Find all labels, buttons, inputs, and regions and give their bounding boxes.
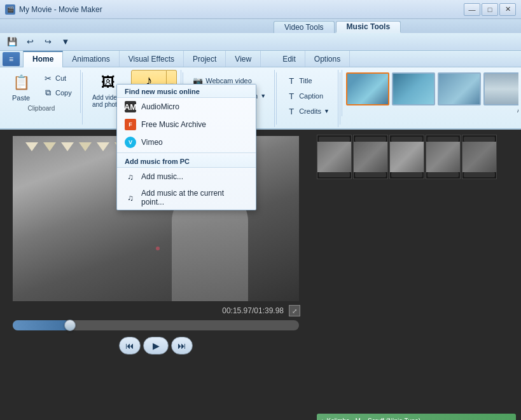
text-group-content: T Title T Caption T Credits ▼ — [282, 74, 334, 118]
paste-icon: 📋 — [11, 72, 31, 93]
tab-project[interactable]: Project — [184, 51, 226, 67]
dot-decoration — [156, 247, 160, 250]
timeline-content: ♪ Kalimba - M... Scruff (Ninja Tuna) — [312, 130, 521, 420]
film-frame-5[interactable] — [462, 135, 497, 179]
music-track[interactable]: ♪ Kalimba - M... Scruff (Ninja Tuna) — [317, 414, 516, 420]
flag-1 — [25, 142, 38, 151]
tab-options[interactable]: Options — [305, 51, 350, 67]
separator-1 — [82, 72, 83, 125]
text-group: T Title T Caption T Credits ▼ — [278, 70, 338, 127]
minimize-button[interactable]: — — [464, 3, 480, 16]
cut-copy-buttons: ✂ Cut ⧉ Copy — [38, 71, 76, 100]
maximize-button[interactable]: □ — [482, 3, 498, 16]
playback-controls: ⏮ ▶ ⏭ — [119, 337, 193, 355]
add-from-pc-header: Add music from PC — [117, 154, 256, 168]
film-frame-2[interactable] — [353, 135, 388, 179]
ribbon: ≡ Home Animations Visual Effects Project… — [0, 51, 521, 130]
progress-thumb[interactable] — [64, 320, 76, 331]
window-title: My Movie - Movie Maker — [19, 5, 102, 14]
vimeo-item[interactable]: V Vimeo — [117, 133, 256, 151]
main-area: 00:15.97/01:39.98 ⤢ ⏮ ▶ ⏭ — [0, 130, 521, 420]
vimeo-icon: V — [125, 137, 136, 148]
clipboard-group-label: Clipboard — [3, 105, 80, 112]
add-music-item[interactable]: ♫ Add music... — [117, 168, 256, 186]
paste-button[interactable]: 📋 Paste — [6, 70, 36, 104]
ribbon-content: 📋 Paste ✂ Cut ⧉ Copy Clipboard — [0, 67, 521, 128]
tab-visual-effects[interactable]: Visual Effects — [120, 51, 184, 67]
flag-2 — [43, 142, 56, 151]
undo-button[interactable]: ↩ — [23, 35, 37, 49]
fma-icon: F — [125, 119, 136, 130]
dropdown-separator — [117, 152, 256, 153]
cut-icon: ✂ — [43, 73, 53, 83]
copy-button[interactable]: ⧉ Copy — [38, 86, 76, 100]
tab-home[interactable]: Home — [23, 51, 63, 67]
ribbon-tab-bar: ≡ Home Animations Visual Effects Project… — [0, 51, 521, 67]
add-music-at-point-item[interactable]: ♫ Add music at the current point... — [117, 186, 256, 210]
music-point-icon: ♫ — [125, 192, 136, 203]
music-tools-tab[interactable]: Music Tools — [336, 21, 401, 33]
theme-thumb-2[interactable] — [392, 72, 435, 105]
film-frame-3[interactable] — [389, 135, 424, 179]
theme-thumb-3[interactable] — [438, 72, 481, 105]
video-tools-tab[interactable]: Video Tools — [274, 21, 335, 33]
clipboard-group: 📋 Paste ✂ Cut ⧉ Copy Clipboard — [3, 70, 81, 113]
separator-4 — [340, 72, 340, 125]
caption-icon: T — [286, 91, 296, 101]
step-forward-button[interactable]: ⏭ — [171, 337, 193, 355]
play-button[interactable]: ▶ — [143, 337, 169, 355]
title-bar: 🎬 My Movie - Movie Maker — □ ✕ — [0, 0, 521, 19]
music-track-label: Kalimba - M... Scruff (Ninja Tuna) — [327, 417, 421, 421]
playback-progress[interactable] — [13, 320, 299, 330]
timeline-panel: ♪ Kalimba - M... Scruff (Ninja Tuna) — [312, 130, 521, 420]
tab-animations[interactable]: Animations — [63, 51, 119, 67]
audiomicro-icon: AM — [125, 101, 136, 112]
flag-5 — [97, 142, 109, 151]
window-controls: — □ ✕ — [464, 3, 516, 16]
audiomicro-item[interactable]: AM AudioMicro — [117, 98, 256, 116]
expand-button[interactable]: ⤢ — [289, 305, 300, 316]
separator-3 — [276, 72, 277, 125]
copy-icon: ⧉ — [43, 88, 53, 98]
cut-button[interactable]: ✂ Cut — [38, 71, 76, 85]
automovie-label: AutoMovie themes — [517, 107, 518, 114]
redo-button[interactable]: ↪ — [41, 35, 55, 49]
add-music-dropdown: Find new music online AM AudioMicro F Fr… — [116, 84, 256, 210]
title-button[interactable]: T Title — [282, 74, 316, 88]
app-icon: 🎬 — [5, 4, 15, 15]
film-frame-1[interactable] — [317, 135, 352, 179]
theme-thumb-4[interactable] — [483, 72, 518, 105]
music-file-icon: ♫ — [125, 171, 136, 182]
clipboard-group-content: 📋 Paste ✂ Cut ⧉ Copy — [6, 70, 76, 104]
film-frame-4[interactable] — [426, 135, 461, 179]
automovie-themes-area: ▶ AutoMovie themes — [342, 70, 518, 116]
progress-fill — [13, 320, 70, 330]
tab-file[interactable]: ≡ — [3, 52, 20, 66]
add-videos-icon: 🖼 — [98, 72, 118, 93]
context-tabs: Video Tools Music Tools — [0, 19, 521, 33]
step-back-button[interactable]: ⏮ — [119, 337, 141, 355]
free-music-archive-item[interactable]: F Free Music Archive — [117, 116, 256, 133]
film-strip — [317, 135, 497, 179]
theme-thumb-1[interactable] — [346, 72, 389, 105]
flag-4 — [79, 142, 92, 151]
close-button[interactable]: ✕ — [499, 3, 516, 16]
flag-3 — [61, 142, 74, 151]
time-display: 00:15.97/01:39.98 ⤢ — [222, 305, 300, 316]
caption-button[interactable]: T Caption — [282, 89, 328, 103]
save-button[interactable]: 💾 — [5, 35, 19, 49]
tab-view[interactable]: View — [226, 51, 261, 67]
quick-access-dropdown[interactable]: ▼ — [59, 35, 73, 49]
credits-icon: T — [286, 106, 296, 116]
quick-access-toolbar: 💾 ↩ ↪ ▼ — [0, 33, 521, 51]
find-online-header: Find new music online — [117, 85, 256, 98]
title-icon: T — [286, 76, 296, 86]
music-note-icon: ♪ — [321, 417, 324, 420]
credits-button[interactable]: T Credits ▼ — [282, 104, 334, 118]
tab-edit[interactable]: Edit — [274, 51, 305, 67]
